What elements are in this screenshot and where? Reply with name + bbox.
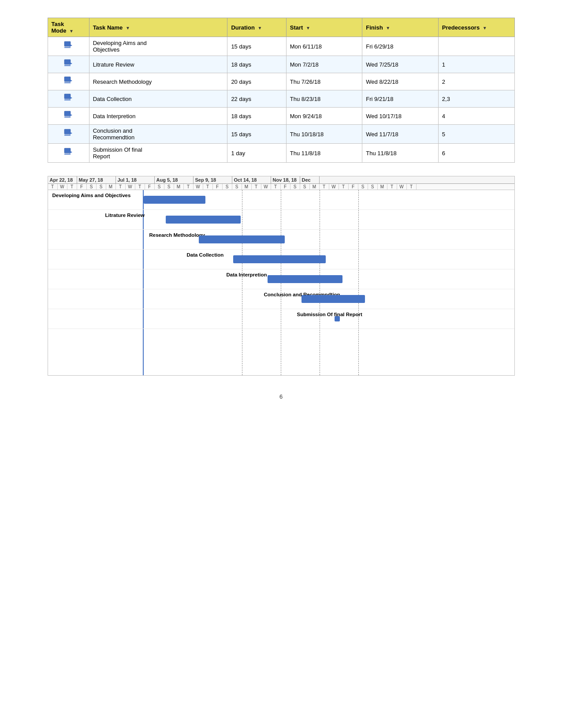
- gantt-task-row: Research Methodology: [48, 230, 514, 250]
- task-name-cell: Data Interpretion: [89, 108, 227, 125]
- gantt-task-label: Research Methodology: [149, 232, 205, 238]
- task-start-cell: Thu 7/26/18: [286, 73, 362, 90]
- task-predecessors-cell: 6: [438, 144, 514, 163]
- gantt-day-cell: F: [77, 184, 87, 190]
- svg-rect-5: [64, 82, 71, 83]
- gantt-day-cell: T: [203, 184, 213, 190]
- task-duration-cell: 15 days: [227, 125, 286, 144]
- task-mode-cell: [48, 144, 89, 163]
- task-mode-icon: [63, 59, 73, 70]
- gantt-day-cell: M: [106, 184, 116, 190]
- task-mode-icon: [63, 110, 73, 122]
- table-row: Data Interpretion18 daysMon 9/24/18Wed 1…: [48, 108, 514, 125]
- th-task-name: Task Name ▼: [89, 18, 227, 37]
- gantt-task-label: Developing Aims and Objectives: [52, 193, 131, 198]
- gantt-day-cell: M: [242, 184, 252, 190]
- gantt-task-row: Submission Of final Report: [48, 309, 514, 329]
- gantt-day-cell: S: [155, 184, 164, 190]
- svg-rect-3: [64, 65, 71, 66]
- task-start-cell: Thu 8/23/18: [286, 90, 362, 108]
- table-row: Developing Aims and Objectives15 daysMon…: [48, 37, 514, 56]
- task-finish-cell: Wed 11/7/18: [362, 125, 439, 144]
- task-finish-cell: Wed 10/17/18: [362, 108, 439, 125]
- task-mode-cell: [48, 56, 89, 73]
- gantt-period-cell: Oct 14, 18: [232, 176, 271, 183]
- task-mode-icon: [63, 41, 73, 52]
- gantt-task-label: Litrature Review: [105, 213, 145, 218]
- gantt-bar: [199, 235, 285, 243]
- gantt-day-cell: F: [145, 184, 155, 190]
- task-finish-cell: Fri 6/29/18: [362, 37, 439, 56]
- gantt-period-header: Apr 22, 18May 27, 18Jul 1, 18Aug 5, 18Se…: [48, 176, 514, 184]
- gantt-day-cell: F: [281, 184, 290, 190]
- gantt-day-cell: W: [261, 184, 271, 190]
- gantt-task-row: Data Interpretion: [48, 269, 514, 289]
- th-predecessors: Predecessors ▼: [438, 18, 514, 37]
- task-mode-cell: [48, 108, 89, 125]
- gantt-day-cell: S: [97, 184, 106, 190]
- task-start-cell: Mon 6/11/18: [286, 37, 362, 56]
- gantt-day-cell: S: [87, 184, 97, 190]
- gantt-period-cell: Apr 22, 18: [48, 176, 77, 183]
- task-predecessors-cell: 5: [438, 125, 514, 144]
- gantt-day-cell: S: [358, 184, 368, 190]
- gantt-period-cell: Nov 18, 18: [271, 176, 300, 183]
- gantt-day-cell: S: [300, 184, 310, 190]
- gantt-day-cell: T: [67, 184, 77, 190]
- gantt-day-cell: S: [368, 184, 378, 190]
- gantt-day-cell: M: [378, 184, 387, 190]
- task-duration-cell: 18 days: [227, 108, 286, 125]
- page-number: 6: [48, 393, 515, 400]
- task-mode-icon: [63, 147, 73, 159]
- task-duration-cell: 20 days: [227, 73, 286, 90]
- svg-rect-10: [64, 129, 71, 134]
- task-mode-cell: [48, 37, 89, 56]
- table-row: Conclusion and Recommendtion15 daysThu 1…: [48, 125, 514, 144]
- gantt-day-cell: T: [407, 184, 417, 190]
- gantt-body: Developing Aims and ObjectivesLitrature …: [48, 190, 514, 375]
- gantt-task-label: Data Interpretion: [227, 272, 267, 277]
- gantt-period-cell: Dec: [300, 176, 320, 183]
- gantt-bar: [268, 275, 342, 283]
- gantt-day-cell: W: [126, 184, 135, 190]
- task-predecessors-cell: [438, 37, 514, 56]
- svg-rect-7: [64, 99, 71, 101]
- task-duration-cell: 18 days: [227, 56, 286, 73]
- gantt-day-cell: W: [329, 184, 339, 190]
- task-predecessors-cell: 2,3: [438, 90, 514, 108]
- th-duration: Duration ▼: [227, 18, 286, 37]
- svg-rect-12: [64, 148, 71, 153]
- gantt-day-cell: M: [174, 184, 184, 190]
- gantt-task-label: Submission Of final Report: [297, 312, 362, 317]
- task-duration-cell: 22 days: [227, 90, 286, 108]
- task-mode-cell: [48, 73, 89, 90]
- gantt-day-cell: S: [290, 184, 300, 190]
- gantt-day-cell: T: [48, 184, 58, 190]
- gantt-bar: [233, 255, 326, 263]
- gantt-day-cell: W: [397, 184, 407, 190]
- gantt-period-cell: May 27, 18: [77, 176, 116, 183]
- gantt-task-row: Litrature Review: [48, 210, 514, 230]
- gantt-chart: Apr 22, 18May 27, 18Jul 1, 18Aug 5, 18Se…: [48, 176, 515, 376]
- svg-rect-4: [64, 77, 71, 82]
- gantt-day-cell: S: [164, 184, 174, 190]
- table-row: Research Methodology20 daysThu 7/26/18We…: [48, 73, 514, 90]
- gantt-day-cell: T: [339, 184, 349, 190]
- task-name-cell: Conclusion and Recommendtion: [89, 125, 227, 144]
- task-duration-cell: 15 days: [227, 37, 286, 56]
- gantt-period-cell: Sep 9, 18: [194, 176, 232, 183]
- gantt-day-cell: T: [184, 184, 194, 190]
- svg-rect-9: [64, 116, 71, 118]
- gantt-bar: [166, 216, 241, 224]
- th-task-mode: TaskMode ▼: [48, 18, 89, 37]
- gantt-bar: [335, 316, 340, 321]
- table-row: Data Collection22 daysThu 8/23/18Fri 9/2…: [48, 90, 514, 108]
- task-mode-icon: [63, 76, 73, 87]
- task-finish-cell: Fri 9/21/18: [362, 90, 439, 108]
- gantt-day-row: TWTFSSMTWTFSSMTWTFSSMTWTFSSMTWTFSSMTWT: [48, 184, 514, 190]
- svg-rect-11: [64, 134, 71, 136]
- gantt-bar: [144, 196, 205, 204]
- svg-rect-2: [64, 60, 71, 64]
- gantt-task-row: Conclusion and Recommndtion: [48, 289, 514, 309]
- gantt-day-cell: F: [349, 184, 358, 190]
